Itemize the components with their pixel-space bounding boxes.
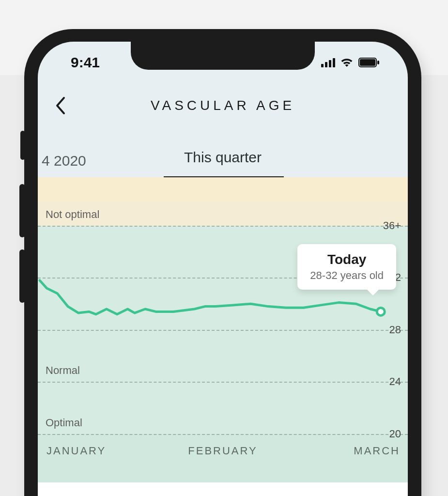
tooltip-subtitle: 28-32 years old [310, 269, 384, 282]
phone-notch [131, 42, 315, 70]
phone-silence-switch [20, 131, 25, 160]
svg-rect-1 [360, 59, 375, 66]
page-header: VASCULAR AGE [38, 75, 408, 133]
page-title: VASCULAR AGE [151, 98, 295, 113]
status-legend-row[interactable]: Normal [38, 482, 408, 496]
vascular-age-chart[interactable]: 36+ 32 28 24 20 Not optimal Normal Optim… [38, 177, 408, 482]
battery-icon [358, 58, 380, 67]
svg-rect-2 [377, 61, 379, 64]
time-range-tabs: 4 2020 This quarter [38, 144, 408, 177]
chart-line-layer [38, 177, 408, 482]
status-icons [321, 58, 380, 67]
current-value-marker [377, 308, 385, 315]
tab-this-quarter[interactable]: This quarter [184, 149, 262, 172]
status-time: 9:41 [71, 54, 100, 71]
back-button[interactable] [54, 96, 66, 117]
phone-screen: 9:41 VASCULAR AGE [38, 42, 408, 496]
wifi-icon [340, 58, 354, 67]
phone-volume-up-button [19, 184, 25, 237]
tooltip-title: Today [310, 252, 384, 267]
phone-frame: 9:41 VASCULAR AGE [24, 29, 421, 496]
page-canvas: 9:41 VASCULAR AGE [0, 0, 448, 496]
phone-volume-down-button [19, 249, 25, 303]
cellular-signal-icon [321, 58, 335, 67]
chevron-left-icon [54, 96, 66, 115]
chart-tooltip: Today 28-32 years old [297, 244, 396, 290]
tab-previous-quarter[interactable]: 4 2020 [42, 153, 86, 169]
